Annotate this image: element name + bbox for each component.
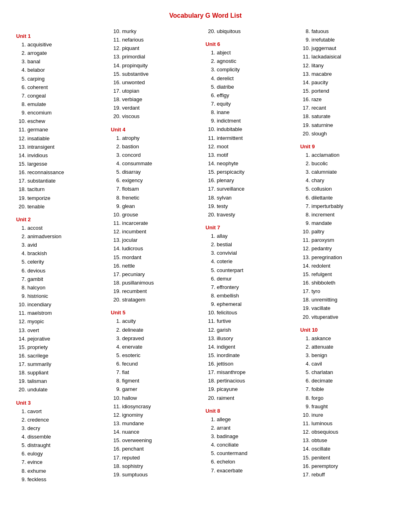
list-item: effigy [217,91,296,100]
list-item: diatribe [217,83,296,91]
list-item: piquant [122,44,201,52]
list-item: echelon [217,458,296,466]
list-item: eulogy [27,450,107,458]
list-item: picayune [217,385,296,393]
list-item: unremitting [311,296,391,304]
list-item: congeal [27,92,107,100]
list-item: inane [217,108,296,116]
list-item: derelict [217,75,296,83]
list-item: refulgent [311,270,391,278]
unit-title-unit-8: Unit 8 [206,408,296,414]
list-item: atrophy [122,134,201,142]
list-item: dilettante [311,194,391,202]
unit-title-unit-3: Unit 3 [16,400,107,406]
list-item: misanthrope [217,368,296,376]
list-item: largesse [27,160,107,168]
list-item: conciliate [217,441,296,449]
list-item: ignominy [122,411,201,419]
list-item: flotsam [122,185,201,193]
list-item: incumbent [122,228,201,236]
list-item: coherent [27,83,107,91]
list-item: demur [217,275,296,283]
list-item: benign [311,351,391,360]
list-item: fecund [122,360,201,368]
list-item: vituperative [311,313,391,321]
word-list-3-0: fatuousirrefutablejuggernautlackadaisica… [300,27,391,138]
list-item: obsequious [311,428,391,436]
list-item: fatuous [311,27,391,35]
list-item: obtuse [311,436,391,445]
list-item: exacerbate [217,467,296,475]
list-item: incendiary [27,301,107,309]
list-item: forgo [311,394,391,402]
list-item: utopian [122,87,201,95]
list-item: saturnine [311,121,391,129]
list-item: pedantry [311,245,391,253]
list-item: gambit [27,275,107,283]
list-item: equity [217,100,296,108]
list-item: enervate [122,343,201,351]
list-item: indigent [217,343,296,351]
list-item: animadversion [27,233,107,241]
list-item: countermand [217,449,296,457]
list-item: penchant [122,445,201,453]
list-item: maelstrom [27,309,107,317]
list-item: viscous [122,112,201,121]
list-item: figment [122,377,201,385]
list-item: raze [311,96,391,104]
list-item: allay [217,232,296,240]
list-item: surveillance [217,185,296,193]
list-item: furtive [217,317,296,325]
list-item: avid [27,241,107,249]
list-item: moot [217,143,296,151]
list-item: incarcerate [122,219,201,227]
list-item: devious [27,267,107,275]
list-item: indubitable [217,125,296,133]
list-item: arrant [217,424,296,432]
list-item: imperturbably [311,202,391,210]
list-item: sylvan [217,194,296,202]
list-item: inure [311,411,391,419]
list-item: eschew [27,117,107,125]
list-item: testy [217,202,296,210]
list-item: frenetic [122,194,201,202]
list-item: substantive [122,70,201,78]
list-item: hallow [122,394,201,402]
unit-title-unit-5: Unit 5 [111,310,201,316]
list-item: effrontery [217,283,296,291]
list-item: halcyon [27,284,107,292]
list-item: tyro [311,287,391,295]
list-item: suppliant [27,369,107,377]
unit-title-unit-2: Unit 2 [16,216,107,222]
list-item: concord [122,151,201,159]
list-item: intransigent [27,143,107,151]
list-item: vacillate [311,304,391,312]
list-item: murky [122,27,201,35]
list-item: collusion [311,185,391,193]
list-item: portend [311,87,391,95]
list-item: felicitous [217,309,296,317]
list-item: belabor [27,66,107,74]
list-item: verbiage [122,96,201,104]
list-item: consummate [122,160,201,168]
list-item: exigency [122,177,201,185]
list-item: raiment [217,394,296,402]
list-item: temporize [27,194,107,202]
list-item: embellish [217,292,296,300]
unit-title-unit-10: Unit 10 [300,327,391,333]
unit-title-unit-1: Unit 1 [16,33,107,39]
list-item: glean [122,202,201,210]
list-item: foible [311,385,391,393]
list-item: decry [27,424,107,432]
list-item: lackadaisical [311,53,391,61]
list-item: delineate [122,326,201,334]
list-item: garner [122,385,201,393]
list-item: illusory [217,335,296,343]
list-item: reconnaissance [27,168,107,177]
list-item: reputed [122,454,201,462]
list-item: shibboleth [311,279,391,287]
word-list-3-2: askanceattenuatebenigncavilcharlatandeci… [300,335,391,479]
list-item: sacrilege [27,352,107,360]
word-list-0-2: cavortcredencedecrydissembledistraughteu… [16,407,107,484]
list-item: plenary [217,177,296,185]
